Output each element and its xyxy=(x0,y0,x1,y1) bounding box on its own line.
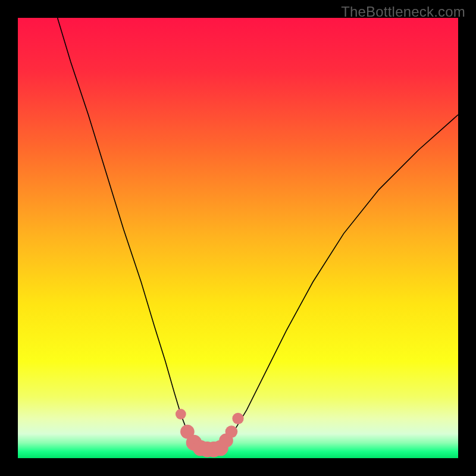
highlight-dot xyxy=(226,425,238,438)
bottleneck-curve xyxy=(58,18,458,449)
highlight-dot xyxy=(232,413,243,424)
highlight-dot xyxy=(176,409,186,419)
highlight-dots xyxy=(176,409,244,457)
chart-overlay xyxy=(18,18,458,458)
chart-frame xyxy=(18,18,458,458)
